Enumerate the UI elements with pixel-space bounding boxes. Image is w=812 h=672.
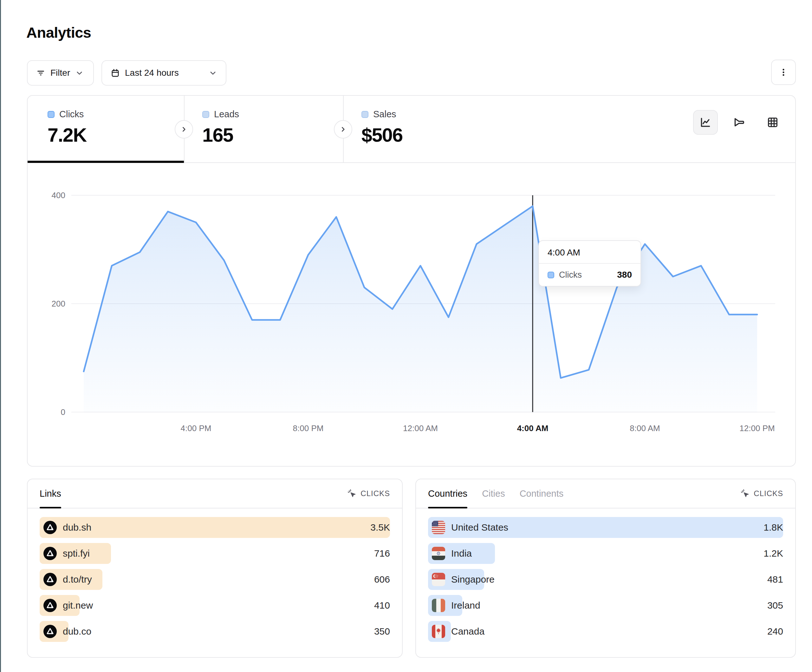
line-chart-view-button[interactable] [693,110,718,135]
link-clicks-bar [39,517,390,538]
link-row[interactable]: git.new 410 [39,595,390,616]
sales-value: $506 [362,124,565,146]
country-clicks-value: 305 [767,600,783,611]
tab-links[interactable]: Links [39,479,61,508]
chart-view-toggles [693,110,785,135]
tooltip-series-label: Clicks [559,270,582,280]
tooltip-time: 4:00 AM [539,241,640,263]
country-row[interactable]: United States 1.8K [428,517,783,538]
country-label: Singapore [451,574,495,585]
cursor-click-icon [740,489,750,499]
panel-tab[interactable]: Countries [428,479,467,508]
tab-sales[interactable]: Sales $506 [343,96,565,162]
countries-tab-bar: Countries Cities Continents [428,479,563,508]
chevron-right-icon [180,125,188,133]
leads-legend-square [202,111,209,118]
countries-metric-label: CLICKS [754,489,783,498]
kebab-menu-icon [778,67,789,78]
country-row[interactable]: India 1.2K [428,543,783,564]
calendar-icon [110,68,120,78]
filter-icon [36,68,46,78]
country-row[interactable]: Singapore 481 [428,569,783,590]
us-flag-icon [432,521,445,534]
clicks-legend-square [48,111,55,118]
stats-tab-bar: Clicks 7.2K Leads 165 Sales $506 [27,96,795,163]
ca-flag-icon [432,625,445,638]
links-metric-label: CLICKS [360,489,390,498]
link-label: spti.fyi [63,548,90,559]
country-label: United States [451,522,508,533]
links-list: dub.sh 3.5K spti.fyi 716 d.to/try 606 gi… [27,508,402,650]
country-label: Ireland [451,600,480,611]
clicks-tab-label: Clicks [59,109,84,119]
country-label: India [451,548,472,559]
dub-logo-icon [43,521,57,534]
countries-metric-header[interactable]: CLICKS [740,489,783,499]
countries-panel: Countries Cities Continents CLICKS Unite… [415,479,796,658]
sales-legend-square [362,111,368,118]
links-metric-header[interactable]: CLICKS [347,489,390,499]
leads-tab-label: Leads [214,109,239,119]
link-row[interactable]: d.to/try 606 [39,569,390,590]
chevron-down-icon [75,68,84,78]
country-clicks-value: 1.8K [764,522,783,533]
chart-tooltip: 4:00 AM Clicks 380 [538,240,641,287]
link-clicks-value: 350 [374,626,390,637]
link-label: git.new [63,600,93,611]
country-clicks-value: 481 [767,574,783,585]
table-view-button[interactable] [760,110,785,135]
analytics-card: Clicks 7.2K Leads 165 Sales $506 [27,95,796,467]
link-clicks-value: 410 [374,600,390,611]
panel-tab[interactable]: Continents [520,479,564,508]
link-label: dub.co [63,626,91,637]
dub-logo-icon [43,547,57,560]
expand-leads-button[interactable] [334,120,352,138]
country-clicks-value: 240 [767,626,783,637]
links-panel: Links CLICKS dub.sh 3.5K spti.fyi 716 [27,479,403,658]
expand-clicks-button[interactable] [175,120,193,138]
analytics-page: Analytics Filter Last 24 hours Clicks 7.… [0,0,812,672]
link-clicks-value: 606 [374,574,390,585]
page-title: Analytics [26,24,91,41]
link-row[interactable]: dub.co 350 [39,621,390,642]
chevron-down-icon [208,68,218,78]
link-label: d.to/try [63,574,92,585]
countries-list: United States 1.8K India 1.2K Singapore … [416,508,795,650]
sg-flag-icon [432,573,445,586]
in-flag-icon [432,547,445,560]
panel-tab[interactable]: Cities [482,479,505,508]
dub-logo-icon [43,625,57,638]
grid-icon [766,116,779,129]
sales-tab-label: Sales [373,109,396,119]
tooltip-value: 380 [617,270,632,280]
dub-logo-icon [43,573,57,586]
link-row[interactable]: spti.fyi 716 [39,543,390,564]
funnel-icon [733,116,745,129]
country-row[interactable]: Ireland 305 [428,595,783,616]
link-clicks-value: 3.5K [370,522,390,533]
left-accent-edge [0,0,1,672]
funnel-view-button[interactable] [727,110,751,135]
dub-logo-icon [43,599,57,612]
filter-button[interactable]: Filter [27,60,94,85]
tab-leads[interactable]: Leads 165 [184,96,343,162]
link-label: dub.sh [63,522,91,533]
date-range-button[interactable]: Last 24 hours [101,60,226,85]
country-clicks-value: 1.2K [764,548,783,559]
more-options-button[interactable] [771,60,796,85]
date-range-label: Last 24 hours [125,68,179,78]
ie-flag-icon [432,599,445,612]
link-clicks-value: 716 [374,548,390,559]
leads-value: 165 [202,124,343,146]
clicks-value: 7.2K [48,124,184,146]
country-row[interactable]: Canada 240 [428,621,783,642]
chevron-right-icon [339,125,347,133]
filter-button-label: Filter [50,68,70,78]
tab-clicks[interactable]: Clicks 7.2K [27,96,184,162]
country-label: Canada [451,626,484,637]
line-chart-icon [699,116,712,129]
cursor-click-icon [347,489,357,499]
tooltip-legend-square [548,272,554,278]
link-row[interactable]: dub.sh 3.5K [39,517,390,538]
